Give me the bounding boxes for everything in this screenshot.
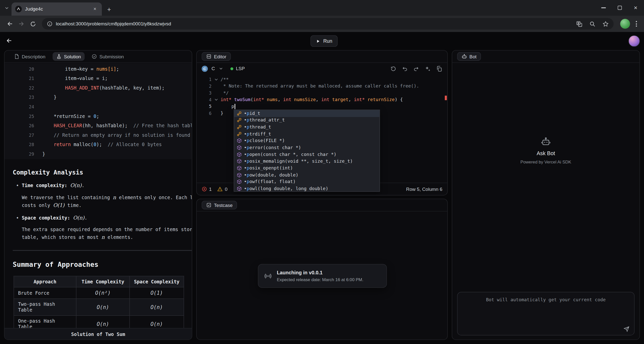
editor-code-line[interactable]: 1/** bbox=[197, 76, 447, 83]
summary-table: Approach Time Complexity Space Complexit… bbox=[14, 276, 184, 328]
browser-menu-button[interactable] bbox=[632, 21, 640, 27]
col-space: Space Complexity bbox=[130, 276, 184, 287]
redo-button[interactable] bbox=[413, 65, 419, 71]
reset-button[interactable] bbox=[390, 65, 396, 71]
omnibox[interactable]: localhost:3000/problems/cm8pjqdem0001ty8… bbox=[42, 18, 614, 30]
doc-code-line: 22 HASH_ADD_INT(hashTable, key, item); bbox=[5, 83, 192, 93]
send-button[interactable] bbox=[623, 326, 629, 332]
suggest-item[interactable]: •pid_t bbox=[234, 110, 380, 117]
editor-code-line[interactable]: 2 * Note: The returned array must be mal… bbox=[197, 83, 447, 90]
zoom-icon[interactable] bbox=[589, 21, 595, 27]
warning-icon bbox=[217, 186, 223, 192]
doc-code-line: 25 *returnSize = 0; bbox=[5, 111, 192, 121]
text-cursor bbox=[234, 104, 235, 109]
suggest-item[interactable]: •pclose(FILE *) bbox=[234, 137, 380, 144]
site-info-icon[interactable] bbox=[47, 21, 53, 27]
suggest-item[interactable]: •popen(const char *, const char *) bbox=[234, 151, 380, 158]
suggest-item[interactable]: •posix_openpt(int) bbox=[234, 165, 380, 171]
browser-toolbar: localhost:3000/problems/cm8pjqdem0001ty8… bbox=[0, 16, 644, 32]
doc-code-line: 23 } bbox=[5, 92, 192, 102]
lsp-connected-dot bbox=[230, 67, 233, 70]
bot-tab[interactable]: Bot bbox=[457, 52, 481, 61]
error-icon bbox=[202, 186, 207, 192]
class-symbol-icon bbox=[236, 124, 242, 130]
class-symbol-icon bbox=[236, 118, 242, 123]
editor-code-line[interactable]: 4int* twoSum(int* nums, int numsSize, in… bbox=[197, 96, 447, 103]
doc-code-line: 24 bbox=[5, 102, 192, 111]
tab-close-button[interactable]: × bbox=[92, 6, 98, 12]
app-back-button[interactable] bbox=[6, 37, 12, 46]
summary-row: Two-pass Hash TableO(n)O(n) bbox=[14, 299, 184, 316]
reload-button[interactable] bbox=[27, 18, 39, 30]
browser-tabstrip: Judge4c × + × bbox=[0, 0, 644, 16]
code-window-icon bbox=[206, 54, 212, 59]
doc-code-line: 26 HASH_CLEAR(hh, hashTable); // Free th… bbox=[5, 121, 192, 130]
editor-code-line[interactable]: 3 */ bbox=[197, 90, 447, 96]
browser-back-button[interactable] bbox=[4, 18, 16, 30]
format-code-button[interactable] bbox=[425, 65, 431, 71]
tab-description[interactable]: Description bbox=[10, 52, 49, 61]
suggest-item[interactable]: •pthread_t bbox=[234, 124, 380, 131]
suggest-item[interactable]: •perror(const char *) bbox=[234, 144, 380, 151]
window-close-button[interactable]: × bbox=[634, 6, 637, 10]
ask-bot-title: Ask Bot bbox=[537, 150, 555, 156]
col-approach: Approach bbox=[14, 276, 76, 287]
doc-code-line: 29} bbox=[5, 149, 192, 159]
fold-chevron-icon[interactable] bbox=[212, 97, 221, 102]
page: Judge4c × + × localhost:3000/problems/cm… bbox=[0, 0, 644, 344]
bot-panel: Bot Ask Bot Powered by Vercel Ai SDK Bot… bbox=[452, 50, 640, 340]
editor-code-line[interactable]: 5 p bbox=[197, 103, 447, 110]
complexity-heading: Complexity Analysis bbox=[13, 169, 192, 176]
suggest-item[interactable]: •pow(double, double) bbox=[234, 171, 380, 178]
profile-avatar[interactable] bbox=[620, 19, 630, 29]
panel-footer: Solution of Two Sum bbox=[5, 328, 192, 339]
complexity-text: We traverse the list containing n elemen… bbox=[22, 194, 192, 201]
tab-search-icon[interactable] bbox=[4, 5, 9, 12]
translate-icon[interactable] bbox=[576, 21, 582, 27]
language-selector[interactable]: C bbox=[212, 66, 215, 71]
url-text[interactable]: localhost:3000/problems/cm8pjqdem0001ty8… bbox=[56, 21, 576, 26]
function-symbol-icon bbox=[236, 165, 242, 171]
copy-button[interactable] bbox=[436, 65, 442, 71]
suggest-item[interactable]: •powf(float, float) bbox=[234, 178, 380, 185]
class-symbol-icon bbox=[236, 111, 242, 116]
bot-subtitle: Powered by Vercel Ai SDK bbox=[520, 159, 571, 164]
bookmark-star-icon[interactable] bbox=[602, 21, 609, 27]
tab-solution[interactable]: Solution bbox=[52, 52, 85, 61]
bot-input[interactable]: Bot will automatically get your current … bbox=[457, 292, 634, 335]
run-button[interactable]: Run bbox=[310, 35, 338, 47]
suggest-item[interactable]: •ptrdiff_t bbox=[234, 131, 380, 137]
function-symbol-icon bbox=[236, 138, 242, 143]
play-icon bbox=[316, 39, 320, 43]
suggest-item[interactable]: •pthread_attr_t bbox=[234, 117, 380, 124]
chevron-down-icon[interactable] bbox=[219, 66, 224, 71]
undo-button[interactable] bbox=[402, 65, 408, 71]
window-minimize-button[interactable] bbox=[601, 8, 606, 8]
bot-input-placeholder: Bot will automatically get your current … bbox=[458, 297, 634, 303]
function-symbol-icon bbox=[236, 186, 242, 191]
function-symbol-icon bbox=[236, 145, 242, 150]
doc-code-line: 27 // Return an empty array if no soluti… bbox=[5, 130, 192, 140]
browser-tab[interactable]: Judge4c × bbox=[12, 3, 102, 16]
suggest-item[interactable]: •powl(long double, long double) bbox=[234, 185, 380, 192]
fold-chevron-icon[interactable] bbox=[212, 77, 221, 82]
summary-row: One-pass Hash TableO(n)O(n) bbox=[14, 316, 184, 328]
user-avatar[interactable] bbox=[628, 35, 640, 47]
editor-toolbar: C C LSP bbox=[197, 63, 447, 74]
testcase-tab[interactable]: Testcase bbox=[202, 201, 237, 209]
window-maximize-button[interactable] bbox=[618, 6, 622, 10]
col-time: Time Complexity bbox=[76, 276, 130, 287]
new-tab-button[interactable]: + bbox=[107, 6, 111, 13]
summary-row: Brute ForceO(n²)O(1) bbox=[14, 287, 184, 299]
lsp-status: LSP bbox=[230, 66, 245, 71]
release-toast: Launching in v0.0.1 Expected release dat… bbox=[258, 264, 387, 288]
browser-forward-button[interactable] bbox=[16, 18, 27, 30]
autocomplete-popup: •pid_t•pthread_attr_t•pthread_t•ptrdiff_… bbox=[234, 110, 380, 192]
doc-code-line: 21 item→value = i; bbox=[5, 73, 192, 83]
suggest-item[interactable]: •posix_memalign(void **, size_t, size_t) bbox=[234, 158, 380, 165]
solution-content: 20 item→key = nums[i];21 item→value = i;… bbox=[5, 63, 192, 328]
checkbox-icon bbox=[206, 202, 212, 208]
tab-submission[interactable]: Submission bbox=[88, 52, 128, 61]
editor-tab[interactable]: Editor bbox=[202, 52, 231, 61]
bot-icon bbox=[462, 54, 467, 59]
